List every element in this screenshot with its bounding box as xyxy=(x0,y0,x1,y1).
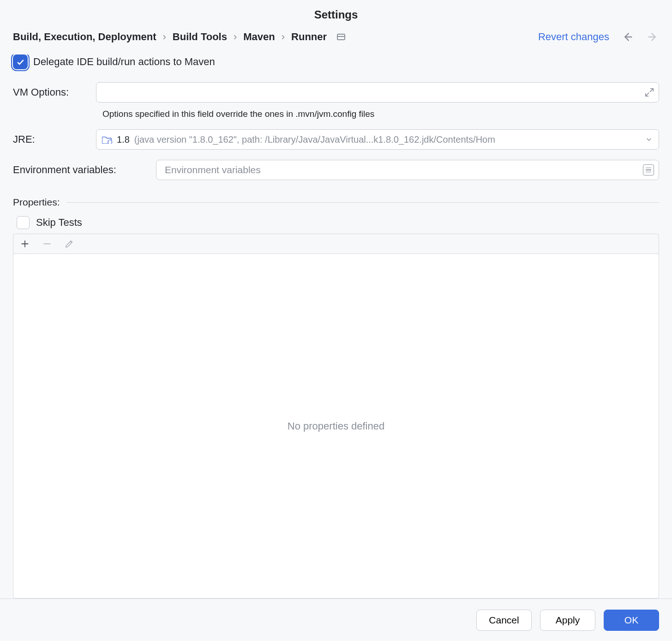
apply-button[interactable]: Apply xyxy=(540,610,595,631)
dialog-title: Settings xyxy=(0,0,672,26)
separator xyxy=(66,202,659,203)
back-arrow-icon[interactable] xyxy=(621,30,634,43)
env-input[interactable]: Environment variables xyxy=(156,160,659,180)
vm-options-input[interactable] xyxy=(96,82,659,103)
jre-label: JRE: xyxy=(13,133,96,145)
properties-empty-text: No properties defined xyxy=(288,420,384,432)
expand-field-icon[interactable] xyxy=(644,87,654,97)
properties-section-title: Properties: xyxy=(13,197,60,208)
svg-point-0 xyxy=(108,140,112,144)
vm-options-label: VM Options: xyxy=(13,86,96,98)
add-icon[interactable] xyxy=(20,239,30,249)
delegate-label: Delegate IDE build/run actions to Maven xyxy=(33,56,215,68)
jre-select[interactable]: 1.8 (java version "1.8.0_162", path: /Li… xyxy=(96,129,659,150)
breadcrumb-item[interactable]: Build Tools xyxy=(173,31,227,43)
folder-icon xyxy=(102,135,112,144)
properties-toolbar xyxy=(13,234,659,254)
revert-changes-link[interactable]: Revert changes xyxy=(538,31,609,43)
chevron-right-icon: › xyxy=(162,31,166,43)
ok-button[interactable]: OK xyxy=(604,610,659,631)
env-label: Environment variables: xyxy=(13,164,156,176)
env-placeholder: Environment variables xyxy=(165,164,261,175)
delegate-checkbox[interactable] xyxy=(13,54,28,69)
chevron-down-icon xyxy=(645,135,653,144)
vm-options-hint: Options specified in this field override… xyxy=(96,106,659,119)
list-expand-icon[interactable] xyxy=(643,164,654,175)
forward-arrow-icon xyxy=(646,30,659,43)
jre-detail: (java version "1.8.0_162", path: /Librar… xyxy=(134,134,640,145)
jre-version: 1.8 xyxy=(117,134,130,145)
skip-tests-checkbox[interactable] xyxy=(17,216,30,229)
breadcrumb-item[interactable]: Runner xyxy=(291,31,327,43)
breadcrumb-item[interactable]: Build, Execution, Deployment xyxy=(13,31,156,43)
remove-icon xyxy=(42,239,52,249)
breadcrumb: Build, Execution, Deployment › Build Too… xyxy=(13,31,345,43)
breadcrumb-item[interactable]: Maven xyxy=(243,31,275,43)
edit-icon xyxy=(64,239,74,249)
cancel-button[interactable]: Cancel xyxy=(476,610,532,631)
project-scope-icon xyxy=(337,34,345,40)
chevron-right-icon: › xyxy=(282,31,285,43)
skip-tests-label: Skip Tests xyxy=(36,217,82,229)
properties-table: No properties defined xyxy=(13,254,659,599)
chevron-right-icon: › xyxy=(234,31,237,43)
